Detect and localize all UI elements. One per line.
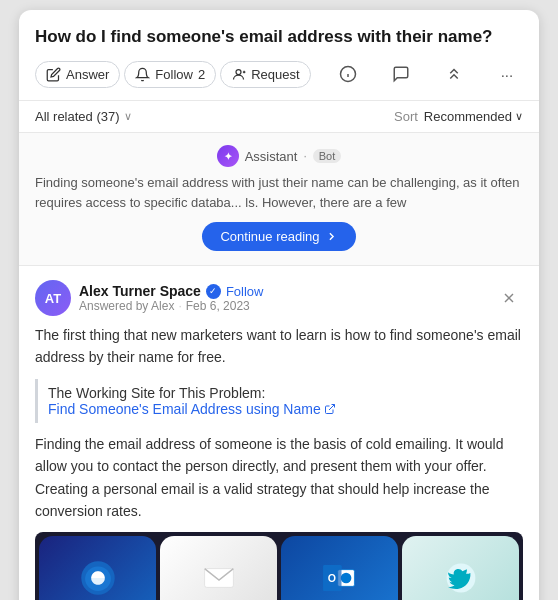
continue-label: Continue reading [220,229,319,244]
info-button[interactable] [332,58,364,90]
main-card: How do I find someone's email address wi… [19,10,539,600]
author-follow-button[interactable]: Follow [226,284,264,299]
sort-value-label: Recommended [424,109,512,124]
author-initials: AT [45,291,61,306]
follow-label: Follow [155,67,193,82]
filter-left[interactable]: All related (37) ∨ [35,109,132,124]
close-icon [501,290,517,306]
svg-line-8 [329,404,335,410]
svg-point-14 [340,573,351,584]
answer-label: Answer [66,67,109,82]
action-bar: Answer Follow 2 Request ··· [35,58,523,90]
author-name: Alex Turner Space [79,283,201,299]
answer-author-row: AT Alex Turner Space ✓ Follow Answered b… [35,280,523,316]
info-icon [339,65,357,83]
assistant-block: ✦ Assistant · Bot Finding someone's emai… [19,133,539,266]
chevron-right-icon [325,230,338,243]
answer-highlight: The Working Site for This Problem: Find … [35,379,523,423]
more-header-icon: ··· [501,66,514,83]
author-name-row: Alex Turner Space ✓ Follow [79,283,487,299]
filter-bar: All related (37) ∨ Sort Recommended ∨ [19,101,539,133]
highlight-link[interactable]: Find Someone's Email Address using Name [48,401,336,417]
answer-image: O [35,532,523,600]
request-icon [231,67,246,82]
assistant-name: Assistant [245,149,298,164]
chat-icon [392,65,410,83]
more-header-button[interactable]: ··· [491,58,523,90]
external-link-icon [324,403,336,415]
author-meta: Answered by Alex · Feb 6, 2023 [79,299,487,313]
follow-button[interactable]: Follow 2 [124,61,216,88]
downvote-header-button[interactable] [438,58,470,90]
answer-icon [46,67,61,82]
assistant-text: Finding someone's email address with jus… [35,173,523,212]
author-avatar: AT [35,280,71,316]
answer-paragraph-2: Finding the email address of someone is … [35,433,523,523]
close-answer-button[interactable] [495,284,523,312]
answer-card: AT Alex Turner Space ✓ Follow Answered b… [19,266,539,600]
question-header: How do I find someone's email address wi… [19,10,539,101]
app-icon-thunderbird [39,536,156,600]
bot-badge: Bot [313,149,342,163]
request-button[interactable]: Request [220,61,310,88]
svg-point-10 [93,572,102,578]
svg-text:O: O [327,572,335,584]
assistant-avatar-icon: ✦ [224,151,232,162]
filter-right: Sort Recommended ∨ [394,109,523,124]
svg-point-0 [236,69,241,74]
request-label: Request [251,67,299,82]
sort-chevron-icon: ∨ [515,110,523,123]
sort-label: Sort [394,109,418,124]
assistant-avatar: ✦ [217,145,239,167]
chevron-down-icon: ∨ [124,110,132,123]
question-title: How do I find someone's email address wi… [35,26,523,48]
downvote-header-icon [445,65,463,83]
app-icon-twitterbird [402,536,519,600]
highlight-prefix: The Working Site for This Problem: [48,385,265,401]
author-info: Alex Turner Space ✓ Follow Answered by A… [79,283,487,313]
verified-badge: ✓ [206,284,221,299]
dot-sep: · [303,149,306,163]
answer-paragraph-1: The first thing that new marketers want … [35,324,523,369]
follow-icon [135,67,150,82]
answer-date: Feb 6, 2023 [186,299,250,313]
highlight-link-text: Find Someone's Email Address using Name [48,401,321,417]
meta-dot: · [178,299,181,313]
answer-button[interactable]: Answer [35,61,120,88]
assistant-header: ✦ Assistant · Bot [35,145,523,167]
all-related-label: All related (37) [35,109,120,124]
follow-count: 2 [198,67,205,82]
sort-dropdown[interactable]: Recommended ∨ [424,109,523,124]
chat-button[interactable] [385,58,417,90]
app-icon-mail [160,536,277,600]
answered-by-label: Answered by Alex [79,299,174,313]
app-icon-outlook: O [281,536,398,600]
continue-reading-button[interactable]: Continue reading [202,222,355,251]
